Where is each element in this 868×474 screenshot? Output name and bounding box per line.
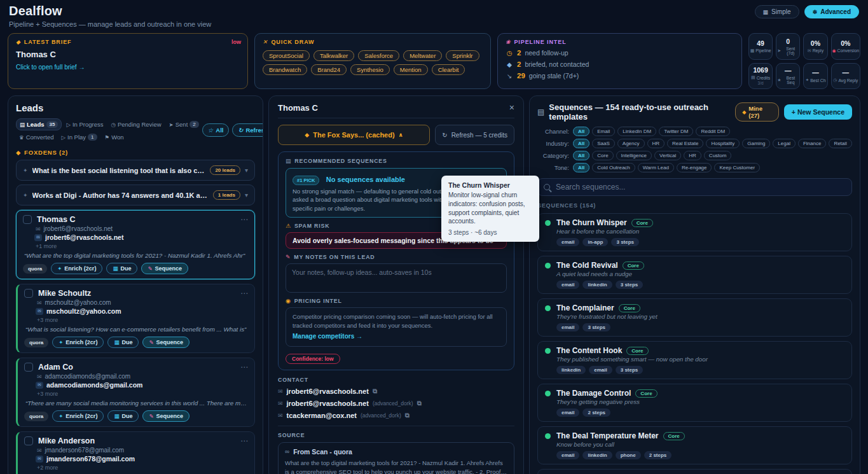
lead-checkbox[interactable] xyxy=(24,436,33,445)
copy-icon[interactable]: ⧉ xyxy=(373,387,377,395)
quick-draw-chip[interactable]: Talkwalker xyxy=(313,50,354,61)
sequence-button[interactable]: ✎Sequence xyxy=(141,263,188,274)
filter-chip[interactable]: Finance xyxy=(798,139,826,148)
lead-menu-button[interactable]: ⋯ xyxy=(240,363,248,372)
manage-competitors-link[interactable]: Manage competitors → xyxy=(293,332,500,342)
filter-chip[interactable]: Custom xyxy=(704,151,732,160)
lead-more-emails[interactable]: +3 more xyxy=(37,391,248,397)
filter-chip[interactable]: Warm Lead xyxy=(638,163,674,172)
quick-draw-chip[interactable]: Salesforce xyxy=(358,50,399,61)
quick-draw-chip[interactable]: Clearbit xyxy=(432,64,465,75)
tab-count-badge: 2 xyxy=(189,121,198,128)
due-button[interactable]: ▦Due xyxy=(107,337,139,348)
lead-more-emails[interactable]: +2 more xyxy=(37,464,248,471)
sequence-card[interactable]: The Damage ControlCore They're getting n… xyxy=(537,384,852,422)
filter-chip[interactable]: Re-engage xyxy=(677,163,712,172)
sequence-card[interactable]: The Deal Temperature MeterCore Know befo… xyxy=(537,426,852,464)
lead-checkbox[interactable] xyxy=(23,215,32,224)
leads-tab[interactable]: ♛Converted xyxy=(16,132,57,143)
filter-chip[interactable]: Core xyxy=(592,151,613,160)
filter-chip[interactable]: Cold Outreach xyxy=(592,163,635,172)
filter-chip[interactable]: Vertical xyxy=(654,151,681,160)
lead-card[interactable]: Mike Anderson ⋯ ✉jmanderson678@gmail.com… xyxy=(16,431,255,474)
refresh-credits-button[interactable]: ↻Refresh — 5 credits xyxy=(435,125,514,145)
fox-says-button[interactable]: ◆The Fox Says... (cached)∧ xyxy=(278,125,430,145)
lead-more-emails[interactable]: +3 more xyxy=(37,317,248,323)
lead-card[interactable]: Mike Schoultz ⋯ ✉mschoultz@yahoo.com ✉ms… xyxy=(16,284,255,353)
lead-card[interactable]: Thomas C ⋯ ✉jrobert6@rvaschools.net ✉jro… xyxy=(16,210,255,279)
filter-chip[interactable]: HR xyxy=(647,139,665,148)
quick-draw-chip[interactable]: Meltwater xyxy=(403,50,442,61)
new-sequence-button[interactable]: + New Sequence xyxy=(784,104,852,120)
foxden-item[interactable]: ✦ What is the best social listening tool… xyxy=(16,160,255,181)
copy-icon[interactable]: ⧉ xyxy=(405,412,410,419)
leads-tab[interactable]: ▤Leads35 xyxy=(16,118,62,130)
sequence-button[interactable]: ✎Sequence xyxy=(142,410,189,422)
lead-checkbox[interactable] xyxy=(24,363,33,372)
filter-chip[interactable]: Retail xyxy=(829,139,851,148)
filter-chip[interactable]: Hospitality xyxy=(706,139,740,148)
advanced-mode-button[interactable]: ✽Advanced xyxy=(804,5,859,18)
star-icon: ☆ xyxy=(208,127,214,134)
enrich-button[interactable]: ✦Enrich (2cr) xyxy=(51,263,102,274)
sequence-card[interactable]: The ComplainerCore They're frustrated bu… xyxy=(537,298,852,337)
filter-all-chip[interactable]: All xyxy=(573,151,589,160)
lead-more-emails[interactable]: +1 more xyxy=(36,243,248,249)
filter-chip[interactable]: Real Estate xyxy=(667,139,703,148)
filter-chip[interactable]: Legal xyxy=(773,139,796,148)
quick-draw-chip[interactable]: Mention xyxy=(394,64,428,75)
leads-tab[interactable]: ▷In Progress xyxy=(63,119,106,130)
filter-chip[interactable]: Agency xyxy=(617,139,645,148)
leads-tab[interactable]: ➤Sent2 xyxy=(166,119,202,130)
sequence-card[interactable]: The Churn WhisperCore Hear it before the… xyxy=(537,213,852,251)
filter-all-chip[interactable]: All xyxy=(573,163,589,172)
mine-filter-badge[interactable]: ◆Mine (27) xyxy=(735,102,779,122)
filter-chip[interactable]: Email xyxy=(592,127,615,136)
foxden-item[interactable]: ✦ Works at Digi - Author has 74 answers … xyxy=(16,185,255,206)
enrich-button[interactable]: ✦Enrich (2cr) xyxy=(52,410,104,422)
leads-tab[interactable]: ◷Pending Review xyxy=(108,119,165,130)
filter-chip[interactable]: Intelligence xyxy=(616,151,652,160)
due-button[interactable]: ▦Due xyxy=(107,410,139,422)
refresh-button[interactable]: ↻Refresh xyxy=(232,123,263,137)
contact-email-row: ✉ tcackerman@cox.net (advanced_dork) ⧉ xyxy=(278,412,514,419)
quick-draw-chip[interactable]: SproutSocial xyxy=(263,50,310,61)
due-button[interactable]: ▦Due xyxy=(106,263,137,274)
filter-all-chip[interactable]: All xyxy=(573,127,589,136)
filter-chip[interactable]: HR xyxy=(684,151,701,160)
quick-draw-chip[interactable]: Sprinklr xyxy=(446,50,479,61)
lead-email: jrobert6@rvaschools.net xyxy=(44,225,113,232)
sequence-button[interactable]: ✎Sequence xyxy=(142,337,189,348)
all-filter-button[interactable]: ☆All xyxy=(202,123,230,137)
sequence-card[interactable]: The Cold RevivalCore A quiet lead needs … xyxy=(537,256,852,294)
filter-chip[interactable]: SaaS xyxy=(592,139,615,148)
filter-chip[interactable]: Twitter DM xyxy=(659,127,693,136)
filter-all-chip[interactable]: All xyxy=(573,139,589,148)
intel-row-label: briefed, not contacted xyxy=(525,60,589,68)
filter-chip[interactable]: Keep Customer xyxy=(714,163,760,172)
lead-menu-button[interactable]: ⋯ xyxy=(240,436,248,445)
notes-textarea[interactable] xyxy=(286,263,507,293)
quick-draw-chip[interactable]: Synthesio xyxy=(350,64,390,75)
sequence-card[interactable]: The Content HookCore They published some… xyxy=(537,341,852,379)
lead-checkbox[interactable] xyxy=(24,289,33,298)
filter-chip[interactable]: Reddit DM xyxy=(696,127,730,136)
sequence-card[interactable]: The Liquidity WindowCore Reach them when… xyxy=(537,469,852,474)
quick-draw-chip[interactable]: Brand24 xyxy=(311,64,347,75)
search-sequences-input[interactable] xyxy=(537,178,852,196)
lead-card[interactable]: Adam Co ⋯ ✉adamcodiamonds@gmail.com ✉ada… xyxy=(16,358,255,427)
lead-menu-button[interactable]: ⋯ xyxy=(240,215,248,224)
lead-menu-button[interactable]: ⋯ xyxy=(240,289,248,298)
leads-tab[interactable]: ▷In Play1 xyxy=(58,132,100,143)
sequence-name: The Deal Temperature Meter xyxy=(556,431,659,440)
enrich-button[interactable]: ✦Enrich (2cr) xyxy=(52,337,104,348)
filter-chip[interactable]: Gaming xyxy=(742,139,770,148)
leads-tab[interactable]: ⚑Won xyxy=(102,132,127,143)
simple-mode-button[interactable]: ▦Simple xyxy=(755,5,799,18)
open-brief-link[interactable]: Click to open full brief → xyxy=(16,64,240,71)
latest-brief-card[interactable]: ◆LATEST BRIEF low Thomas C Click to open… xyxy=(8,33,248,89)
quick-draw-chip[interactable]: Brandwatch xyxy=(263,64,307,75)
filter-chip[interactable]: LinkedIn DM xyxy=(617,127,656,136)
copy-icon[interactable]: ⧉ xyxy=(417,400,422,407)
close-icon[interactable]: × xyxy=(509,102,514,113)
